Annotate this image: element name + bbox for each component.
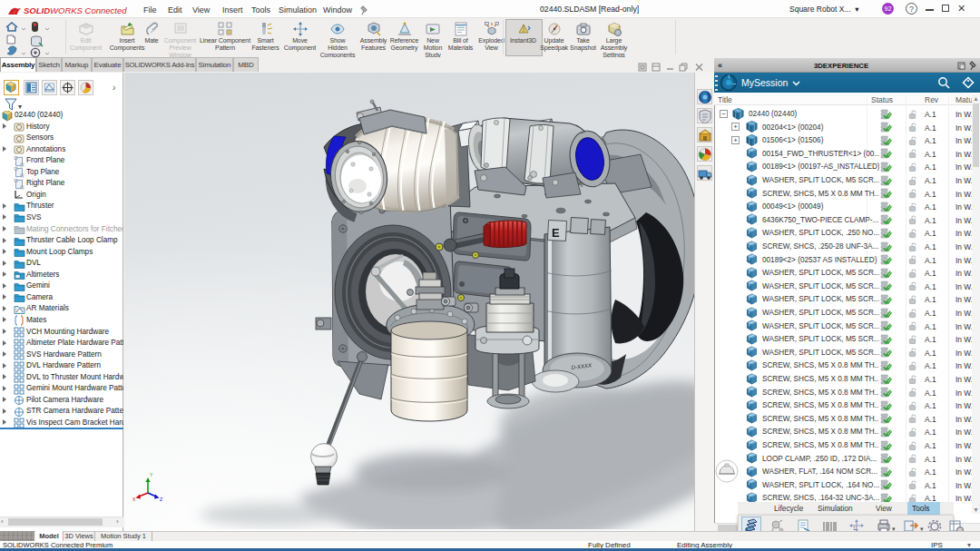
svg-text:Y: Y	[150, 472, 153, 477]
svg-text:X: X	[132, 497, 136, 502]
svg-text:SOLIDWORKS Connected: SOLIDWORKS Connected	[24, 5, 127, 15]
svg-text:E: E	[552, 226, 560, 240]
svg-text:Z: Z	[160, 497, 162, 502]
